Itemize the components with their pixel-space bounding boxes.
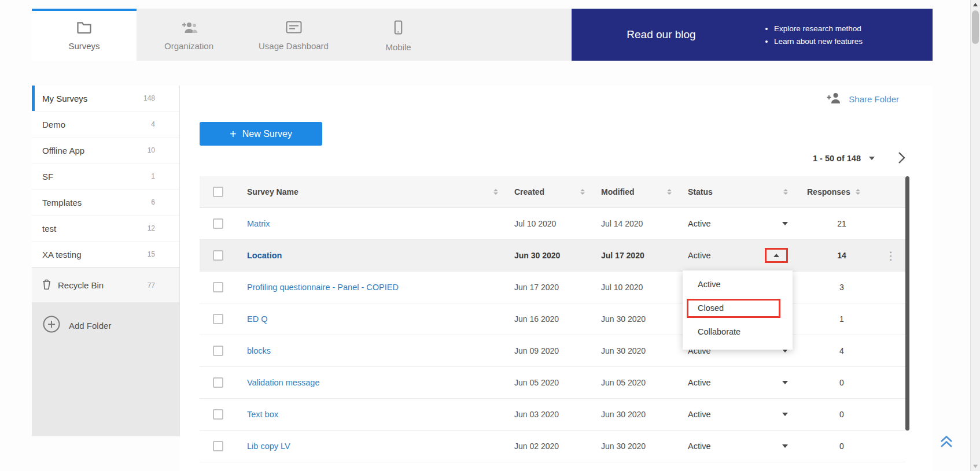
status-label: Active	[688, 378, 711, 387]
responses-cell: 1	[807, 314, 876, 324]
folder-label: SF	[42, 172, 53, 181]
column-header-created[interactable]: Created	[514, 187, 601, 196]
responses-cell: 4	[807, 346, 876, 355]
sidebar-bottom: Add Folder	[32, 302, 179, 340]
row-checkbox[interactable]	[213, 346, 223, 356]
row-checkbox[interactable]	[213, 377, 223, 388]
row-checkbox[interactable]	[213, 250, 223, 261]
modified-cell: Jun 30 2020	[601, 442, 688, 451]
sidebar-folder-list: My Surveys148Demo4Offline App10SF1Templa…	[32, 86, 179, 268]
back-to-top-button[interactable]	[938, 434, 955, 451]
sidebar-item-demo[interactable]: Demo4	[32, 112, 179, 138]
tab-organization[interactable]: Organization	[137, 9, 241, 61]
row-checkbox-cell	[200, 409, 237, 420]
next-page-button[interactable]	[898, 151, 905, 166]
new-survey-label: New Survey	[242, 129, 292, 139]
banner-bullet: Explore research method	[774, 24, 863, 33]
row-checkbox[interactable]	[213, 282, 223, 292]
status-option-label: Closed	[683, 296, 793, 320]
created-cell: Jun 17 2020	[514, 283, 601, 292]
status-label: Active	[688, 219, 711, 228]
sidebar-item-xa-testing[interactable]: XA testing15	[32, 242, 179, 268]
row-checkbox[interactable]	[213, 409, 223, 420]
survey-name-link[interactable]: Validation message	[247, 378, 319, 387]
plus-icon: +	[230, 128, 237, 140]
responses-cell: 21	[807, 219, 876, 228]
share-folder-button[interactable]: Share Folder	[826, 92, 899, 106]
folder-label: My Surveys	[42, 94, 87, 103]
sidebar-item-test[interactable]: test12	[32, 216, 179, 242]
sort-icon[interactable]	[783, 189, 788, 195]
sidebar: My Surveys148Demo4Offline App10SF1Templa…	[32, 86, 180, 436]
survey-name-link[interactable]: Lib copy LV	[247, 442, 290, 451]
column-header-survey-name[interactable]: Survey Name	[237, 187, 514, 196]
banner-title: Read our blog	[572, 28, 751, 41]
sort-icon[interactable]	[667, 189, 672, 195]
responses-cell: 0	[807, 410, 876, 419]
status-option-collaborate[interactable]: Collaborate	[683, 320, 793, 344]
status-caret-up-icon[interactable]	[773, 254, 779, 257]
sort-icon[interactable]	[580, 189, 585, 195]
scroll-up-icon[interactable]	[973, 3, 978, 6]
survey-name-link[interactable]: blocks	[247, 346, 271, 355]
page-range-caret-icon[interactable]	[869, 157, 875, 160]
add-folder-button[interactable]: Add Folder	[32, 311, 179, 340]
created-cell: Jun 02 2020	[514, 442, 601, 451]
add-folder-label: Add Folder	[69, 321, 111, 331]
tab-surveys[interactable]: Surveys	[32, 9, 137, 61]
row-checkbox[interactable]	[213, 314, 223, 324]
status-caret-down-icon[interactable]	[782, 413, 788, 416]
survey-name-link[interactable]: Matrix	[247, 219, 270, 228]
recycle-bin-label: Recycle Bin	[58, 280, 104, 290]
tab-usage-dashboard[interactable]: Usage Dashboard	[241, 9, 346, 61]
folder-label: Templates	[42, 198, 82, 207]
tab-label: Organization	[164, 41, 213, 51]
modified-cell: Jul 14 2020	[601, 219, 688, 228]
created-cell: Jun 30 2020	[514, 251, 601, 260]
survey-name-link[interactable]: Location	[247, 251, 282, 260]
row-menu-icon[interactable]: ⋮	[886, 250, 897, 262]
blog-banner[interactable]: Read our blog Explore research method Le…	[572, 9, 933, 61]
sort-icon[interactable]	[856, 189, 860, 195]
status-cell: Active	[688, 410, 807, 419]
status-caret-down-icon[interactable]	[782, 222, 788, 225]
page-scrollbar[interactable]	[970, 0, 980, 471]
sidebar-item-sf[interactable]: SF1	[32, 164, 179, 190]
modified-cell: Jun 05 2020	[601, 378, 688, 387]
new-survey-button[interactable]: + New Survey	[200, 122, 322, 146]
table-scrollbar[interactable]	[905, 176, 909, 431]
column-header-status[interactable]: Status	[688, 187, 807, 196]
column-header-responses[interactable]: Responses	[807, 187, 876, 196]
status-caret-down-icon[interactable]	[782, 381, 788, 384]
row-checkbox[interactable]	[213, 441, 223, 451]
row-checkbox-cell	[200, 441, 237, 451]
column-header-modified[interactable]: Modified	[601, 187, 688, 196]
select-all-checkbox[interactable]	[213, 187, 223, 197]
modified-cell: Jun 30 2020	[601, 410, 688, 419]
survey-name-link[interactable]: Profiling questionnaire - Panel - COPIED	[247, 283, 399, 292]
table-row: Text boxJun 03 2020Jun 30 2020Active0	[200, 399, 905, 431]
sidebar-item-my-surveys[interactable]: My Surveys148	[32, 86, 179, 112]
folder-label: XA testing	[42, 250, 82, 259]
status-option-label: Collaborate	[683, 320, 793, 344]
column-label: Responses	[807, 187, 850, 196]
row-menu-cell: ⋮	[876, 249, 905, 262]
organization-icon	[180, 21, 198, 36]
scroll-down-icon[interactable]	[973, 465, 978, 468]
row-checkbox-cell	[200, 377, 237, 388]
sidebar-item-offline-app[interactable]: Offline App10	[32, 138, 179, 164]
row-checkbox[interactable]	[213, 218, 223, 229]
survey-name-link[interactable]: ED Q	[247, 314, 267, 324]
table-row: Validation messageJun 05 2020Jun 05 2020…	[200, 367, 905, 399]
table-row: blocksJun 09 2020Jun 30 2020Active4	[200, 335, 905, 367]
sidebar-item-templates[interactable]: Templates6	[32, 190, 179, 216]
status-caret-down-icon[interactable]	[782, 444, 788, 448]
sidebar-item-recycle-bin[interactable]: Recycle Bin 77	[32, 268, 179, 302]
tab-mobile[interactable]: Mobile	[346, 9, 451, 61]
sort-icon[interactable]	[493, 189, 498, 195]
modified-cell: Jul 10 2020	[601, 283, 688, 292]
scrollbar-thumb[interactable]	[972, 10, 979, 44]
status-option-closed[interactable]: Closed	[683, 296, 793, 320]
survey-name-link[interactable]: Text box	[247, 410, 278, 419]
status-option-active[interactable]: Active	[683, 273, 793, 296]
